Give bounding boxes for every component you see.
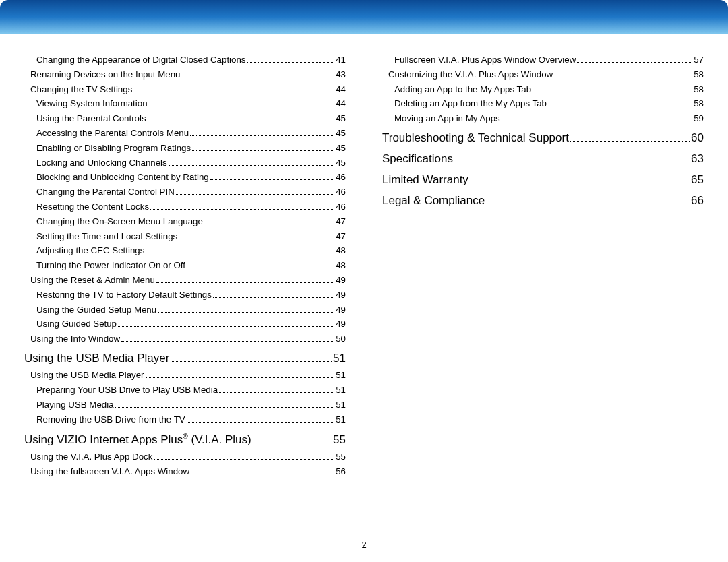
toc-leader-dots xyxy=(187,416,334,423)
toc-entry[interactable]: Limited Warranty65 xyxy=(382,174,704,185)
toc-entry-page: 66 xyxy=(691,195,704,206)
toc-entry[interactable]: Turning the Power Indicator On or Off48 xyxy=(24,261,346,270)
toc-entry[interactable]: Using the USB Media Player51 xyxy=(24,371,346,379)
toc-entry-page: 59 xyxy=(694,114,704,123)
toc-entry-label: Using the USB Media Player xyxy=(30,371,144,379)
toc-entry[interactable]: Troubleshooting & Technical Support60 xyxy=(382,132,704,144)
toc-entry-page: 48 xyxy=(336,261,346,270)
toc-entry-page: 55 xyxy=(336,452,346,461)
toc-entry-label: Using the fullscreen V.I.A. Apps Window xyxy=(30,467,189,476)
toc-leader-dots xyxy=(146,372,335,378)
toc-entry-label: Locking and Unlocking Channels xyxy=(36,158,167,167)
toc-entry-label: Enabling or Disabling Program Ratings xyxy=(36,144,191,152)
toc-entry[interactable]: Blocking and Unblocking Content by Ratin… xyxy=(24,173,346,181)
toc-leader-dots xyxy=(502,115,693,121)
toc-entry-page: 51 xyxy=(336,385,346,394)
toc-entry[interactable]: Using the USB Media Player51 xyxy=(24,352,346,364)
toc-entry[interactable]: Changing the TV Settings44 xyxy=(24,85,346,94)
toc-entry-label: Changing the TV Settings xyxy=(30,85,132,94)
toc-leader-dots xyxy=(570,134,690,142)
toc-leader-dots xyxy=(146,247,334,253)
toc-entry-page: 56 xyxy=(336,467,346,476)
toc-entry[interactable]: Fullscreen V.I.A. Plus Apps Window Overv… xyxy=(382,55,704,64)
toc-entry[interactable]: Renaming Devices on the Input Menu43 xyxy=(24,70,346,79)
toc-leader-dots xyxy=(213,291,334,297)
toc-entry[interactable]: Playing USB Media51 xyxy=(24,400,346,409)
toc-entry[interactable]: Changing the Appearance of Digital Close… xyxy=(24,55,346,64)
toc-entry-page: 51 xyxy=(336,415,346,424)
toc-entry[interactable]: Restoring the TV to Factory Default Sett… xyxy=(24,290,346,299)
toc-entry-page: 47 xyxy=(336,232,346,241)
toc-entry[interactable]: Accessing the Parental Controls Menu45 xyxy=(24,129,346,137)
toc-entry-label: Using the Parental Controls xyxy=(36,114,146,123)
toc-entry-page: 51 xyxy=(333,352,346,364)
toc-entry[interactable]: Using the Guided Setup Menu49 xyxy=(24,305,346,314)
toc-leader-dots xyxy=(533,86,692,92)
toc-leader-dots xyxy=(121,336,334,342)
toc-leader-dots xyxy=(158,306,334,312)
toc-entry[interactable]: Locking and Unlocking Channels45 xyxy=(24,158,346,167)
toc-entry-label: Changing the On-Screen Menu Language xyxy=(36,217,203,226)
toc-leader-dots xyxy=(171,354,332,363)
toc-entry[interactable]: Adjusting the CEC Settings48 xyxy=(24,246,346,255)
toc-entry-page: 55 xyxy=(333,434,346,445)
toc-entry[interactable]: Using VIZIO Internet Apps Plus® (V.I.A. … xyxy=(24,433,346,445)
toc-leader-dots xyxy=(486,197,690,205)
toc-leader-dots xyxy=(150,204,334,210)
toc-entry-label: Troubleshooting & Technical Support xyxy=(382,132,569,144)
toc-entry[interactable]: Using Guided Setup49 xyxy=(24,319,346,328)
toc-entry-page: 48 xyxy=(336,246,346,255)
toc-entry[interactable]: Changing the On-Screen Menu Language47 xyxy=(24,217,346,226)
toc-entry[interactable]: Using the V.I.A. Plus App Dock55 xyxy=(24,452,346,461)
toc-entry-page: 60 xyxy=(691,132,704,144)
toc-entry-page: 51 xyxy=(336,400,346,409)
toc-entry-page: 65 xyxy=(691,174,704,185)
toc-leader-dots xyxy=(156,277,334,283)
toc-entry[interactable]: Legal & Compliance66 xyxy=(382,195,704,206)
toc-leader-dots xyxy=(219,387,334,393)
toc-leader-dots xyxy=(187,262,334,268)
toc-entry-page: 46 xyxy=(336,173,346,181)
toc-entry-label: Accessing the Parental Controls Menu xyxy=(36,129,189,137)
toc-leader-dots xyxy=(548,100,692,106)
toc-entry[interactable]: Removing the USB Drive from the TV51 xyxy=(24,415,346,424)
toc-entry[interactable]: Specifications63 xyxy=(382,153,704,164)
toc-entry-label: Restoring the TV to Factory Default Sett… xyxy=(36,290,212,299)
toc-entry[interactable]: Moving an App in My Apps59 xyxy=(382,114,704,123)
toc-leader-dots xyxy=(470,176,690,184)
toc-entry[interactable]: Enabling or Disabling Program Ratings45 xyxy=(24,144,346,152)
toc-entry[interactable]: Using the Info Window50 xyxy=(24,334,346,343)
toc-entry-page: 63 xyxy=(691,153,704,164)
toc-entry-page: 41 xyxy=(336,55,346,64)
toc-entry[interactable]: Using the Reset & Admin Menu49 xyxy=(24,276,346,284)
toc-leader-dots xyxy=(169,159,335,165)
toc-entry-label: Removing the USB Drive from the TV xyxy=(36,415,185,424)
toc-entry[interactable]: Preparing Your USB Drive to Play USB Med… xyxy=(24,385,346,394)
toc-entry-page: 47 xyxy=(336,217,346,226)
toc-entry-label: Using the USB Media Player xyxy=(24,352,169,364)
toc-content: Changing the Appearance of Digital Close… xyxy=(0,34,728,481)
toc-entry-page: 58 xyxy=(694,85,704,94)
toc-entry[interactable]: Changing the Parental Control PIN46 xyxy=(24,187,346,196)
toc-entry[interactable]: Adding an App to the My Apps Tab58 xyxy=(382,85,704,94)
toc-entry-label: Using the V.I.A. Plus App Dock xyxy=(30,452,152,461)
toc-entry-label: Using the Info Window xyxy=(30,334,120,343)
toc-entry[interactable]: Customizing the V.I.A. Plus Apps Window5… xyxy=(382,70,704,79)
toc-entry[interactable]: Deleting an App from the My Apps Tab58 xyxy=(382,99,704,108)
toc-entry[interactable]: Setting the Time and Local Settings47 xyxy=(24,232,346,241)
toc-entry-label: Changing the Appearance of Digital Close… xyxy=(36,55,245,64)
toc-entry-page: 46 xyxy=(336,187,346,196)
toc-entry[interactable]: Viewing System Information44 xyxy=(24,99,346,108)
toc-leader-dots xyxy=(118,321,334,327)
toc-entry[interactable]: Using the fullscreen V.I.A. Apps Window5… xyxy=(24,467,346,476)
toc-entry[interactable]: Using the Parental Controls45 xyxy=(24,114,346,123)
toc-entry-page: 57 xyxy=(694,55,704,64)
toc-column-left: Changing the Appearance of Digital Close… xyxy=(24,55,346,481)
toc-entry[interactable]: Resetting the Content Locks46 xyxy=(24,202,346,211)
toc-entry-label: Blocking and Unblocking Content by Ratin… xyxy=(36,173,209,181)
toc-leader-dots xyxy=(210,174,334,180)
toc-leader-dots xyxy=(192,144,334,150)
toc-entry-label: Deleting an App from the My Apps Tab xyxy=(394,99,547,108)
toc-entry-label: Turning the Power Indicator On or Off xyxy=(36,261,185,270)
toc-entry-page: 58 xyxy=(694,99,704,108)
